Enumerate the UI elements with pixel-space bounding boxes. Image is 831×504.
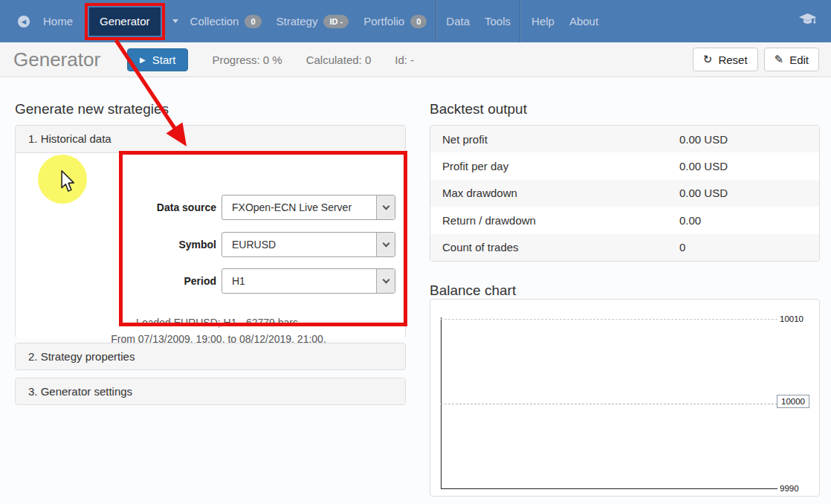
graduation-cap-icon[interactable] <box>799 13 816 29</box>
app-window: ◂ Home Generator Collection0 StrategyID … <box>0 0 831 504</box>
period-row: Period H1 <box>16 268 405 294</box>
start-button[interactable]: ▶ Start <box>127 48 188 71</box>
toolbar-right-buttons: ↻ Reset ✎ Edit <box>693 48 819 71</box>
refresh-icon: ↻ <box>703 53 713 66</box>
chart-baseline-9990 <box>441 488 777 489</box>
row-label: Max drawdown <box>430 187 517 199</box>
nav-item-generator[interactable]: Generator <box>89 7 161 36</box>
panel-generator-settings-header[interactable]: 3. Generator settings <box>16 378 405 404</box>
nav-portfolio-label: Portfolio <box>363 15 404 28</box>
mouse-cursor-icon <box>59 170 76 196</box>
id-status: Id: - <box>395 54 414 66</box>
nav-item-generator-wrap: Generator <box>89 7 161 36</box>
reset-button[interactable]: ↻ Reset <box>693 48 758 71</box>
nav-item-collection[interactable]: Collection0 <box>190 15 262 28</box>
calculated-status: Calculated: 0 <box>306 54 372 66</box>
nav-item-help[interactable]: Help <box>531 15 554 28</box>
toolbar: Generator ▶ Start Progress: 0 % Calculat… <box>0 42 831 77</box>
period-label: Period <box>30 268 216 294</box>
gridline-10010 <box>441 319 777 320</box>
panel-historical-data-header[interactable]: 1. Historical data <box>16 126 405 152</box>
nav-collection-label: Collection <box>190 15 239 28</box>
table-row: Net profit 0.00 USD <box>430 126 819 152</box>
table-row: Count of trades 0 <box>430 234 819 261</box>
y-tick-10010: 10010 <box>780 314 803 323</box>
balance-chart-heading: Balance chart <box>430 282 516 299</box>
reset-button-label: Reset <box>718 54 747 66</box>
nav-item-about[interactable]: About <box>569 15 598 28</box>
table-row: Max drawdown 0.00 USD <box>430 180 819 207</box>
data-source-select[interactable]: FXOpen-ECN Live Server <box>222 195 395 220</box>
table-row: Profit per day 0.00 USD <box>430 152 819 179</box>
y-tick-9990: 9990 <box>780 484 799 493</box>
portfolio-count-badge: 0 <box>410 15 427 28</box>
play-icon: ▶ <box>140 56 146 64</box>
collection-count-badge: 0 <box>245 15 261 28</box>
nav-divider <box>436 0 437 42</box>
nav-item-tools[interactable]: Tools <box>485 15 511 28</box>
top-navbar: ◂ Home Generator Collection0 StrategyID … <box>0 0 831 42</box>
balance-chart: 10010 10000 9990 <box>430 299 820 497</box>
chevron-down-icon <box>376 233 395 256</box>
nav-item-portfolio[interactable]: Portfolio0 <box>363 15 427 28</box>
nav-divider <box>520 0 521 42</box>
row-label: Net profit <box>430 133 488 146</box>
symbol-select[interactable]: EURUSD <box>222 232 395 257</box>
backtest-output-heading: Backtest output <box>430 101 527 117</box>
symbol-label: Symbol <box>30 232 216 257</box>
row-value: 0.00 USD <box>679 187 728 199</box>
back-icon[interactable]: ◂ <box>18 16 30 28</box>
current-balance-marker: 10000 <box>777 395 809 408</box>
edit-button-label: Edit <box>789 54 809 66</box>
data-source-value: FXOpen-ECN Live Server <box>222 201 376 213</box>
panel-generator-settings: 3. Generator settings <box>15 378 406 405</box>
row-value: 0.00 <box>679 214 701 227</box>
panel-strategy-properties-header[interactable]: 2. Strategy properties <box>16 343 405 369</box>
table-row: Return / drawdown 0.00 <box>430 207 819 233</box>
row-value: 0 <box>679 241 685 253</box>
period-select[interactable]: H1 <box>222 268 395 294</box>
row-value: 0.00 USD <box>679 160 728 172</box>
chevron-down-icon <box>376 196 395 219</box>
panel-strategy-properties: 2. Strategy properties <box>15 343 406 370</box>
chevron-down-icon[interactable] <box>172 19 178 23</box>
start-button-label: Start <box>152 54 176 66</box>
row-label: Return / drawdown <box>430 214 536 227</box>
symbol-row: Symbol EURUSD <box>16 232 405 257</box>
nav-item-strategy[interactable]: StrategyID - <box>277 15 349 28</box>
chevron-down-icon <box>376 269 395 293</box>
strategy-id-badge: ID - <box>323 15 349 28</box>
row-value: 0.00 USD <box>679 133 728 146</box>
backtest-output-table: Net profit 0.00 USD Profit per day 0.00 … <box>430 125 820 262</box>
loaded-data-line1: Loaded EURUSD; H1 - 62779 bars. <box>38 314 399 331</box>
nav-item-data[interactable]: Data <box>446 15 470 28</box>
generate-strategies-heading: Generate new strategies <box>15 101 169 117</box>
gridline-10000 <box>441 404 777 404</box>
symbol-value: EURUSD <box>222 239 376 251</box>
nav-item-home[interactable]: Home <box>43 15 73 28</box>
page-title: Generator <box>13 48 100 71</box>
pencil-icon: ✎ <box>775 53 784 66</box>
nav-strategy-label: Strategy <box>277 15 318 28</box>
progress-status: Progress: 0 % <box>212 54 282 66</box>
row-label: Profit per day <box>430 160 508 172</box>
edit-button[interactable]: ✎ Edit <box>764 48 819 71</box>
row-label: Count of trades <box>430 241 519 253</box>
period-value: H1 <box>222 275 376 287</box>
